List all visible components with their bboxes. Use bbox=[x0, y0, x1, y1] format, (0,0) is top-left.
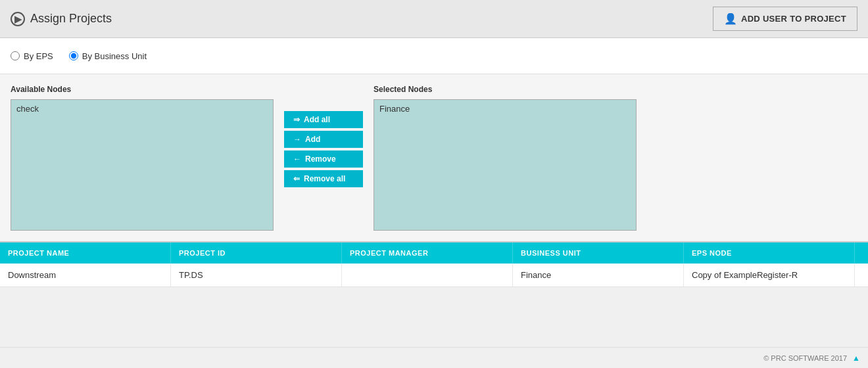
remove-all-label: Remove all bbox=[304, 174, 345, 183]
cell-project-id: TP.DS bbox=[171, 264, 342, 287]
add-all-button[interactable]: ⇒ Add all bbox=[284, 111, 363, 128]
radio-section: By EPS By Business Unit bbox=[0, 38, 868, 74]
selected-nodes-listbox[interactable]: Finance bbox=[374, 99, 637, 231]
header-left: ▶ Assign Projects bbox=[11, 12, 112, 26]
radio-eps-option[interactable]: By EPS bbox=[11, 51, 53, 61]
col-project-id: PROJECT ID bbox=[171, 242, 342, 264]
cell-eps-node: Copy of ExampleRegister-R bbox=[684, 264, 855, 287]
selected-node-item[interactable]: Finance bbox=[377, 103, 633, 115]
remove-all-button[interactable]: ⇐ Remove all bbox=[284, 170, 363, 187]
add-user-button[interactable]: 👤 ADD USER TO PROJECT bbox=[713, 7, 857, 31]
remove-button[interactable]: ← Remove bbox=[284, 150, 363, 168]
col-project-name: PROJECT NAME bbox=[0, 242, 171, 264]
transfer-buttons-group: ⇒ Add all → Add ← Remove ⇐ Remove all bbox=[274, 85, 374, 187]
table-section: PROJECT NAME PROJECT ID PROJECT MANAGER … bbox=[0, 241, 868, 287]
header: ▶ Assign Projects 👤 ADD USER TO PROJECT bbox=[0, 0, 868, 38]
chevron-up-icon[interactable]: ▲ bbox=[852, 354, 860, 363]
table-row: Downstream TP.DS Finance Copy of Example… bbox=[0, 264, 868, 287]
selected-nodes-panel: Selected Nodes Finance bbox=[374, 85, 637, 231]
remove-icon: ← bbox=[293, 154, 301, 164]
add-button[interactable]: → Add bbox=[284, 131, 363, 148]
add-all-label: Add all bbox=[304, 115, 330, 124]
add-label: Add bbox=[305, 135, 320, 144]
col-project-manager: PROJECT MANAGER bbox=[342, 242, 513, 264]
person-icon: 👤 bbox=[724, 12, 737, 25]
cell-project-name: Downstream bbox=[0, 264, 171, 287]
add-user-label: ADD USER TO PROJECT bbox=[741, 14, 846, 24]
back-icon[interactable]: ▶ bbox=[11, 12, 25, 26]
radio-bu[interactable] bbox=[69, 51, 78, 60]
footer: © PRC SOFTWARE 2017 ▲ bbox=[0, 347, 868, 368]
add-all-icon: ⇒ bbox=[293, 115, 300, 124]
cell-business-unit: Finance bbox=[513, 264, 684, 287]
remove-all-icon: ⇐ bbox=[293, 174, 300, 183]
remove-label: Remove bbox=[305, 154, 336, 164]
radio-eps-label: By EPS bbox=[24, 51, 53, 61]
copyright-text: © PRC SOFTWARE 2017 bbox=[763, 354, 847, 362]
main-content: Available Nodes check ⇒ Add all → Add ← … bbox=[0, 74, 868, 241]
available-nodes-listbox[interactable]: check bbox=[11, 99, 274, 231]
col-business-unit: BUSINESS UNIT bbox=[513, 242, 684, 264]
selected-nodes-label: Selected Nodes bbox=[374, 85, 637, 94]
table-header: PROJECT NAME PROJECT ID PROJECT MANAGER … bbox=[0, 242, 868, 264]
radio-bu-option[interactable]: By Business Unit bbox=[69, 51, 147, 61]
add-icon: → bbox=[293, 135, 301, 144]
col-eps-node: EPS NODE bbox=[684, 242, 855, 264]
cell-project-manager bbox=[342, 264, 513, 287]
radio-bu-label: By Business Unit bbox=[82, 51, 147, 61]
available-nodes-label: Available Nodes bbox=[11, 85, 274, 94]
page-title: Assign Projects bbox=[30, 12, 112, 26]
radio-eps[interactable] bbox=[11, 51, 20, 60]
available-nodes-panel: Available Nodes check bbox=[11, 85, 274, 231]
nodes-section: Available Nodes check ⇒ Add all → Add ← … bbox=[11, 85, 857, 231]
available-node-item[interactable]: check bbox=[14, 103, 270, 115]
